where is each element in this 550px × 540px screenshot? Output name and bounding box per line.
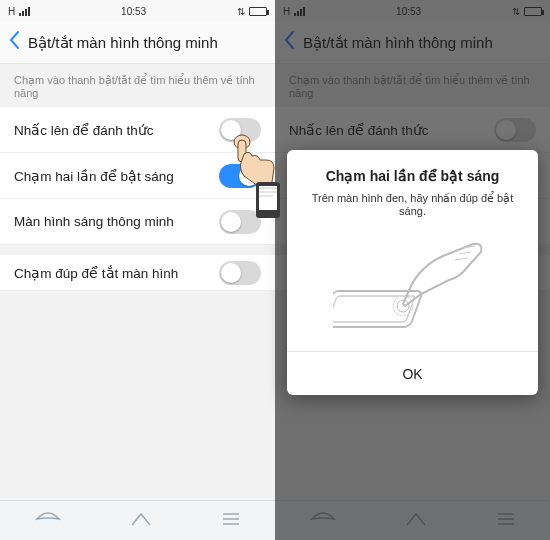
battery-icon xyxy=(524,7,542,16)
signal-icon xyxy=(19,7,30,16)
clock: 10:53 xyxy=(396,6,421,17)
setting-row-double-tap-off[interactable]: Chạm đúp để tắt màn hình xyxy=(0,245,275,291)
nav-back-button[interactable] xyxy=(35,511,61,531)
toggle-raise-to-wake[interactable] xyxy=(494,118,536,142)
nav-recent-button[interactable] xyxy=(222,512,240,530)
clock: 10:53 xyxy=(121,6,146,17)
section-hint: Chạm vào thanh bật/tắt để tìm hiểu thêm … xyxy=(275,64,550,107)
setting-label: Nhấc lên để đánh thức xyxy=(289,122,429,138)
network-label: H xyxy=(283,6,290,17)
header: Bật/tắt màn hình thông minh xyxy=(275,22,550,64)
dialog-text: Trên màn hình đen, hãy nhấn đúp để bật s… xyxy=(301,192,524,217)
setting-label: Chạm đúp để tắt màn hình xyxy=(14,265,178,281)
nav-bar xyxy=(275,500,550,540)
header: Bật/tắt màn hình thông minh xyxy=(0,22,275,64)
vibrate-icon: ⇅ xyxy=(237,6,245,17)
status-bar: H 10:53 ⇅ xyxy=(0,0,275,22)
nav-home-button[interactable] xyxy=(405,511,427,531)
setting-label: Chạm hai lần để bật sáng xyxy=(14,168,174,184)
nav-back-button[interactable] xyxy=(310,511,336,531)
page-title: Bật/tắt màn hình thông minh xyxy=(303,34,493,52)
section-hint: Chạm vào thanh bật/tắt để tìm hiểu thêm … xyxy=(0,64,275,107)
phone-screen-right: H 10:53 ⇅ Bật/tắt màn hình thông minh Ch… xyxy=(275,0,550,540)
setting-label: Nhấc lên để đánh thức xyxy=(14,122,154,138)
nav-home-button[interactable] xyxy=(130,511,152,531)
dialog-ok-button[interactable]: OK xyxy=(287,351,538,395)
svg-point-7 xyxy=(393,296,413,316)
nav-bar xyxy=(0,500,275,540)
dialog-title: Chạm hai lần để bật sáng xyxy=(301,168,524,184)
back-button[interactable] xyxy=(8,30,28,56)
setting-row-raise-to-wake[interactable]: Nhấc lên để đánh thức xyxy=(275,107,550,153)
setting-label: Màn hình sáng thông minh xyxy=(14,214,174,229)
empty-area xyxy=(0,291,275,500)
signal-icon xyxy=(294,7,305,16)
back-button[interactable] xyxy=(283,30,303,56)
status-bar: H 10:53 ⇅ xyxy=(275,0,550,22)
info-dialog: Chạm hai lần để bật sáng Trên màn hình đ… xyxy=(287,150,538,395)
vibrate-icon: ⇅ xyxy=(512,6,520,17)
pointer-hand-illustration xyxy=(228,132,288,222)
toggle-double-tap-off[interactable] xyxy=(219,261,261,285)
dialog-illustration xyxy=(301,231,524,341)
phone-screen-left: H 10:53 ⇅ Bật/tắt màn hình thông minh Ch… xyxy=(0,0,275,540)
network-label: H xyxy=(8,6,15,17)
nav-recent-button[interactable] xyxy=(497,512,515,530)
page-title: Bật/tắt màn hình thông minh xyxy=(28,34,218,52)
svg-rect-3 xyxy=(259,186,277,210)
battery-icon xyxy=(249,7,267,16)
